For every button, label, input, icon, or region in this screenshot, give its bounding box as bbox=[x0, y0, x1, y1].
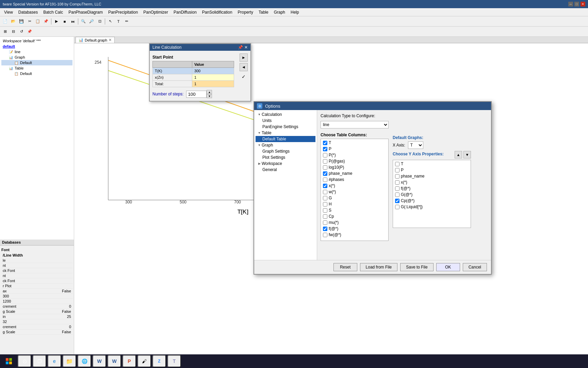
col-Pstar[interactable]: P(*) bbox=[322, 152, 388, 158]
y-check-T[interactable] bbox=[395, 162, 399, 166]
paint-taskbar-button[interactable]: 🖌 bbox=[137, 355, 151, 367]
edge-taskbar-button[interactable]: e bbox=[48, 355, 61, 367]
menu-batchcalc[interactable]: Batch Calc bbox=[40, 9, 66, 15]
col-T[interactable]: T bbox=[322, 140, 388, 146]
folder-taskbar-button[interactable]: 📁 bbox=[63, 355, 76, 367]
teams-taskbar-button[interactable]: T bbox=[167, 355, 181, 367]
col-wstar[interactable]: w(*) bbox=[322, 189, 388, 195]
tree-plot-settings[interactable]: Plot Settings bbox=[256, 154, 315, 160]
table-row-tk[interactable]: T(K) 300 bbox=[153, 68, 234, 74]
y-check-GLiquid[interactable] bbox=[395, 205, 399, 209]
menu-phasediagram[interactable]: PanPhaseDiagram bbox=[66, 9, 105, 15]
toolbar-save[interactable]: 💾 bbox=[18, 18, 25, 25]
word-taskbar-button[interactable]: W bbox=[93, 355, 106, 367]
check-mu[interactable] bbox=[323, 220, 327, 225]
check-wstar[interactable] bbox=[323, 190, 327, 194]
toolbar2-btn2[interactable]: ⊟ bbox=[10, 28, 17, 35]
tree-item-default-graph[interactable]: 📋 Default bbox=[1, 60, 72, 65]
menu-databases[interactable]: Databases bbox=[16, 9, 40, 15]
col-P[interactable]: P bbox=[322, 146, 388, 152]
check-nphases[interactable] bbox=[323, 178, 327, 182]
check-S[interactable] bbox=[323, 208, 327, 213]
steps-input[interactable] bbox=[186, 91, 207, 98]
check-H[interactable] bbox=[323, 202, 327, 206]
menu-precipitation[interactable]: PanPrecipitation bbox=[105, 9, 141, 15]
table-row-xzn[interactable]: x(Zn) 1 bbox=[153, 74, 234, 81]
check-T[interactable] bbox=[323, 141, 327, 145]
taskview-button[interactable]: ❐ bbox=[33, 355, 46, 367]
toolbar-new[interactable]: 📄 bbox=[1, 18, 9, 25]
y-col-fat[interactable]: f(@*) bbox=[394, 185, 470, 191]
tree-item-default-table[interactable]: 📋 Default bbox=[1, 71, 72, 76]
reset-button[interactable]: Reset bbox=[333, 263, 357, 271]
steps-down[interactable]: ▼ bbox=[207, 94, 212, 98]
col-mu[interactable]: mu(*) bbox=[322, 219, 388, 226]
col-log10P[interactable]: log10(P) bbox=[322, 164, 388, 170]
menu-help[interactable]: Help bbox=[288, 9, 302, 15]
col-xstar[interactable]: x(*) bbox=[322, 183, 388, 189]
y-up-btn[interactable]: ▲ bbox=[455, 151, 462, 158]
graph-tab-close[interactable]: ✕ bbox=[109, 38, 112, 42]
word2-taskbar-button[interactable]: W bbox=[108, 355, 121, 367]
toolbar-run[interactable]: ▶ bbox=[53, 18, 60, 25]
tree-units[interactable]: Units bbox=[256, 118, 315, 124]
line-calc-pin[interactable]: 📌 bbox=[238, 45, 243, 50]
menu-diffusion[interactable]: PanDiffusion bbox=[171, 9, 199, 15]
menu-table[interactable]: Table bbox=[256, 9, 271, 15]
check-Cp[interactable] bbox=[323, 214, 327, 219]
y-col-Gat[interactable]: G(@*) bbox=[394, 191, 470, 198]
calc-type-select[interactable]: line point stepped mapping bbox=[321, 121, 389, 128]
tree-general[interactable]: General bbox=[256, 167, 315, 173]
check-G[interactable] bbox=[323, 196, 327, 200]
tree-calculation[interactable]: ▼ Calculation bbox=[256, 111, 315, 118]
y-col-GLiquid[interactable]: G(:Liquid[*]) bbox=[394, 204, 470, 210]
check-Pstar[interactable] bbox=[323, 153, 327, 157]
toolbar-cut[interactable]: ✂ bbox=[26, 18, 33, 25]
toolbar2-pin[interactable]: 📌 bbox=[26, 28, 33, 35]
tree-table[interactable]: ▼ Table bbox=[256, 130, 315, 136]
col-fw[interactable]: fw(@*) bbox=[322, 232, 388, 238]
col-Pgas[interactable]: P(@gas) bbox=[322, 158, 388, 164]
check-phase-name[interactable] bbox=[323, 171, 327, 176]
tree-graph-settings[interactable]: Graph Settings bbox=[256, 148, 315, 154]
save-to-file-button[interactable]: Save to File bbox=[400, 263, 433, 271]
toolbar-open[interactable]: 📂 bbox=[10, 18, 17, 25]
col-S[interactable]: S bbox=[322, 207, 388, 213]
col-Cp[interactable]: Cp bbox=[322, 213, 388, 219]
row-value-tk[interactable]: 300 bbox=[192, 68, 234, 74]
tree-default-table[interactable]: Default Table bbox=[256, 136, 315, 142]
toolbar-zoom-out[interactable]: 🔎 bbox=[88, 18, 95, 25]
toolbar-pencil[interactable]: ✏ bbox=[123, 18, 130, 25]
maximize-button[interactable]: □ bbox=[574, 2, 579, 6]
tree-item-line[interactable]: 📝 line bbox=[1, 49, 72, 55]
check-P[interactable] bbox=[323, 147, 327, 151]
check-xstar[interactable] bbox=[323, 184, 327, 188]
y-col-Cpat[interactable]: Cp(@*) bbox=[394, 198, 470, 204]
menu-solidification[interactable]: PanSolidification bbox=[199, 9, 235, 15]
toolbar-cursor[interactable]: ↖ bbox=[107, 18, 114, 25]
minimize-button[interactable]: ─ bbox=[568, 2, 573, 6]
y-check-P[interactable] bbox=[395, 168, 399, 172]
y-col-phase-name[interactable]: phase_name bbox=[394, 173, 470, 179]
y-col-P[interactable]: P bbox=[394, 167, 470, 173]
col-nphases[interactable]: #phases bbox=[322, 177, 388, 183]
toolbar2-btn1[interactable]: ⊞ bbox=[1, 28, 9, 35]
check-log10P[interactable] bbox=[323, 165, 327, 170]
close-button[interactable]: ✕ bbox=[581, 2, 585, 6]
toolbar2-btn3[interactable]: ↺ bbox=[18, 28, 25, 35]
tree-item-table[interactable]: 📊 Table bbox=[1, 65, 72, 71]
ppt-taskbar-button[interactable]: P bbox=[122, 355, 136, 367]
y-check-Gat[interactable] bbox=[395, 193, 399, 197]
xaxis-select[interactable]: T P x(*) bbox=[408, 141, 423, 149]
toolbar-step[interactable]: ⏭ bbox=[69, 18, 77, 25]
toolbar-paste[interactable]: 📌 bbox=[42, 18, 50, 25]
menu-optimizer[interactable]: PanOptimizer bbox=[141, 9, 171, 15]
cancel-button[interactable]: Cancel bbox=[463, 263, 487, 271]
y-col-xstar[interactable]: x(*) bbox=[394, 179, 470, 185]
toolbar-stop[interactable]: ■ bbox=[61, 18, 68, 25]
doc-tab-graph[interactable]: 📊 Default.graph ✕ bbox=[76, 37, 115, 43]
col-phase-name[interactable]: phase_name bbox=[322, 170, 388, 177]
toolbar-text[interactable]: T bbox=[115, 18, 122, 25]
menu-view[interactable]: View bbox=[1, 9, 16, 15]
zoom-taskbar-button[interactable]: Z bbox=[152, 355, 166, 367]
